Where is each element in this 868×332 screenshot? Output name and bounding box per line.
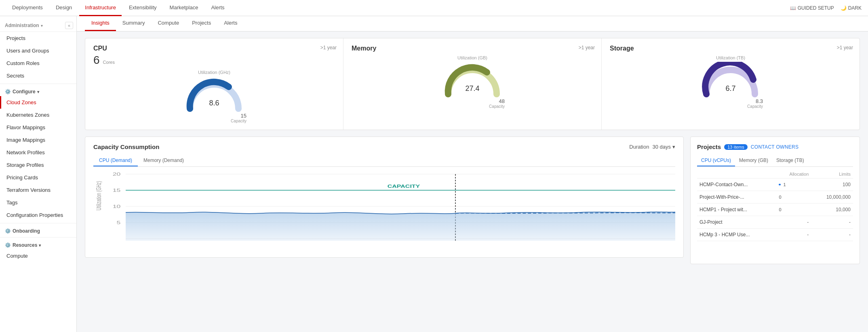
onboarding-icon: ⚙️ [5,228,11,234]
proj-alloc-4: - [776,229,811,241]
sub-navigation: Insights Summary Compute Projects Alerts [77,16,868,32]
svg-text:CAPACITY: CAPACITY [388,184,420,189]
table-row: HCMP-Contact-Own... 1 100 [697,179,853,191]
proj-alloc-2: 0 [776,204,811,216]
alloc-val-2: 0 [779,207,781,212]
bottom-row: Capacity Consumption Duration 30 days ▾ … [85,137,860,264]
cpu-metric-card: CPU >1 year 6 Cores Utilization (GHz) [85,38,343,130]
proj-tab-cpu[interactable]: CPU (vCPUs) [697,155,735,166]
cpu-gauge-svg: 8.6 [182,76,246,113]
main-content: Insights Summary Compute Projects Alerts… [77,16,868,332]
sidebar-item-compute[interactable]: Compute [0,250,76,262]
duration-text: 30 days [652,144,671,150]
gear-icon: ⚙️ [5,89,11,95]
cpu-big-num: 6 [93,54,100,67]
configure-section-header: ⚙️ Configure ▾ [0,86,76,96]
sidebar-collapse-button[interactable]: « [65,22,73,29]
sidebar-item-cloud-zones[interactable]: Cloud Zones [0,96,76,109]
memory-util-label: Utilization (GB) [457,55,487,60]
onboarding-section-header: ⚙️ Onboarding [0,225,76,235]
storage-gauge-value: 6.7 [725,84,735,92]
memory-capacity-val: 48 [499,98,505,104]
sidebar-item-projects[interactable]: Projects [0,32,76,44]
nav-marketplace[interactable]: Marketplace [164,0,204,16]
chart-tab-cpu[interactable]: CPU (Demand) [93,155,138,166]
storage-duration: >1 year [837,45,853,50]
consumption-header: Capacity Consumption Duration 30 days ▾ [93,143,675,150]
table-row: Project-With-Price-... 0 10,000,000 [697,191,853,204]
sidebar-item-secrets[interactable]: Secrets [0,69,76,82]
onboarding-label: Onboarding [13,228,40,234]
table-row: HCMp 3 - HCMP Use... - - [697,229,853,241]
projects-tabs: CPU (vCPUs) Memory (GB) Storage (TB) [697,155,853,167]
contact-owners-button[interactable]: CONTACT OWNERS [751,144,798,150]
chart-tab-memory[interactable]: Memory (Demand) [138,155,190,166]
tab-compute[interactable]: Compute [151,16,185,31]
memory-capacity-label: Capacity [489,104,505,109]
tab-insights[interactable]: Insights [85,16,116,31]
proj-alloc-1: 0 [776,191,811,204]
book-icon: 📖 [790,5,796,11]
duration-selector: Duration 30 days ▾ [629,144,675,150]
sidebar-item-flavor-mappings[interactable]: Flavor Mappings [0,121,76,134]
storage-capacity-info: 8.3 Capacity [698,98,763,109]
storage-gauge: Utilization (TB) 6.7 8.3 Capacity [610,55,851,109]
resources-label: Resources [13,242,37,248]
tab-alerts[interactable]: Alerts [217,16,244,31]
tab-projects[interactable]: Projects [185,16,217,31]
sidebar-item-image-mappings[interactable]: Image Mappings [0,134,76,146]
storage-capacity-val: 8.3 [756,98,763,104]
guided-setup-button[interactable]: 📖 GUIDED SETUP [790,5,834,11]
proj-limit-3: - [811,216,853,229]
metrics-row: CPU >1 year 6 Cores Utilization (GHz) [85,38,860,130]
consumption-title: Capacity Consumption [93,143,159,150]
resources-section-header: ⚙️ Resources ▾ [0,239,76,250]
memory-metric-card: Memory >1 year Utilization (GB) 27.4 48 … [343,38,602,130]
sidebar-item-config-props[interactable]: Configuration Properties [0,209,76,221]
cpu-gauge-value: 8.6 [209,99,219,107]
sidebar-item-terraform-versions[interactable]: Terraform Versions [0,184,76,196]
proj-name-4: HCMp 3 - HCMP Use... [697,229,776,241]
nav-infrastructure[interactable]: Infrastructure [79,0,122,16]
proj-name-1: Project-With-Price-... [697,191,776,204]
admin-chevron: ▾ [41,23,43,28]
projects-table: Allocation Limits HCMP-Contact-Own... [697,170,853,241]
nav-design[interactable]: Design [50,0,78,16]
cpu-util-label: Utilization (GHz) [198,70,230,75]
nav-alerts[interactable]: Alerts [205,0,230,16]
sidebar-item-network-profiles[interactable]: Network Profiles [0,146,76,159]
projects-title: Projects [697,143,721,150]
sidebar-item-users-groups[interactable]: Users and Groups [0,44,76,57]
guided-setup-label: GUIDED SETUP [798,5,834,11]
app-body: Administration ▾ « Projects Users and Gr… [0,16,868,332]
table-row: HCMP1 - Project wit... 0 10,000 [697,204,853,216]
proj-name-3: GJ-Project [697,216,776,229]
top-navigation: Deployments Design Infrastructure Extens… [0,0,868,16]
resources-icon: ⚙️ [5,242,11,248]
duration-value[interactable]: 30 days ▾ [652,144,675,150]
table-row: GJ-Project - - [697,216,853,229]
proj-tab-memory[interactable]: Memory (GB) [735,155,772,166]
moon-icon: 🌙 [841,5,847,11]
nav-deployments[interactable]: Deployments [6,0,48,16]
dark-mode-toggle[interactable]: 🌙 DARK [841,5,862,11]
cpu-title: CPU [93,45,335,52]
duration-label: Duration [629,144,649,150]
alloc-val-1: 0 [779,195,781,200]
top-nav-right: 📖 GUIDED SETUP 🌙 DARK [790,5,862,11]
sidebar-item-custom-roles[interactable]: Custom Roles [0,57,76,69]
tab-summary[interactable]: Summary [116,16,152,31]
alloc-bar-container-1: 0 [779,195,809,200]
projects-panel: Projects 13 items CONTACT OWNERS CPU (vC… [690,137,860,264]
sidebar-item-storage-profiles[interactable]: Storage Profiles [0,159,76,171]
svg-text:Utilization (GHz): Utilization (GHz) [95,181,103,210]
alloc-bar-container-0: 1 [779,182,809,187]
configure-label: Configure [13,89,36,95]
proj-limit-4: - [811,229,853,241]
sidebar-item-pricing-cards[interactable]: Pricing Cards [0,171,76,184]
proj-limit-1: 10,000,000 [811,191,853,204]
nav-extensibility[interactable]: Extensibility [123,0,162,16]
proj-tab-storage[interactable]: Storage (TB) [772,155,808,166]
sidebar-item-tags[interactable]: Tags [0,196,76,209]
sidebar-item-kubernetes-zones[interactable]: Kubernetes Zones [0,109,76,121]
